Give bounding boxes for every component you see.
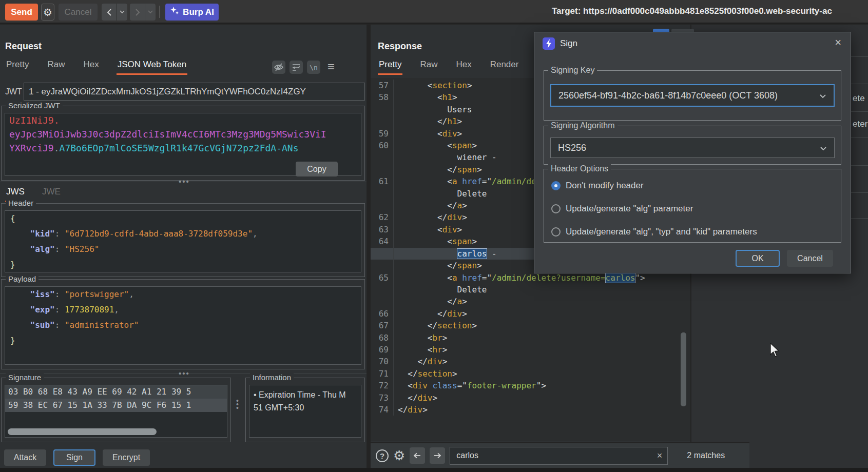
signature-label: Signature [6,373,44,382]
code-text: Users [398,104,472,115]
jwt-field-label: JWT [5,87,22,96]
request-tab-pretty[interactable]: Pretty [5,57,30,75]
radio-icon[interactable] [551,181,561,190]
code-text: <hr> [398,344,447,356]
jwt-header-editor[interactable]: { "kid": "6d712bd9-cdfd-4abd-aaa8-3728df… [5,210,361,272]
jwt-editor-bolt-icon [543,37,555,50]
inspector-row-divider [851,56,868,57]
code-row: 68 <br> [371,332,690,344]
jwt-header-tail: UzI1NiJ9. [9,115,60,126]
hide-nonprintable-icon[interactable] [272,61,285,74]
copy-button[interactable]: Copy [296,162,338,176]
dialog-title: Sign [560,38,577,49]
signing-key-value: 2560ef54-bf91-4b2c-ba61-8f14b7c0eee0 (OC… [558,90,778,101]
soft-wrap-icon[interactable] [290,61,303,74]
vertical-scrollbar[interactable] [681,332,686,406]
line-number [371,115,393,127]
line-number [371,260,393,271]
jwt-token-input[interactable]: 1 - eyJraWQiOiI2ZDcxMmJkOS1jZGZkLTRhYmQt… [24,83,365,101]
code-text: </span> [398,260,482,271]
toolbar-separator [159,6,160,18]
code-text: </span> [398,164,482,175]
burp-ai-button[interactable]: Burp AI [165,4,219,21]
vertical-splitter-grip[interactable]: ••• [236,399,240,410]
response-tab-pretty[interactable]: Pretty [378,57,402,75]
splitter-grip[interactable]: ••• [179,371,190,376]
line-number [371,164,393,175]
ok-button[interactable]: OK [736,250,780,267]
mouse-cursor [770,343,782,360]
code-row: 67 </section> [371,320,690,331]
attack-button[interactable]: Attack [4,449,46,466]
radio-option[interactable]: Update/generate "alg" parameter [551,203,836,215]
request-tab-raw[interactable]: Raw [46,57,66,75]
search-next-button[interactable] [430,447,445,464]
line-number: 69 [371,344,393,356]
code-text: </div> [398,392,437,404]
clear-search-icon[interactable]: × [657,450,663,461]
code-text: <a href="/admin/delete?username=carlos"> [398,272,645,284]
signature-hex-row: 03 B0 68 E8 43 A9 EE 69 42 A1 21 39 5 [5,385,227,399]
inspector-row-divider [851,165,868,166]
request-tab-hex[interactable]: Hex [82,57,100,75]
json-code-line: "kid": "6d712bd9-cdfd-4abd-aaa8-3728df05… [5,226,361,242]
settings-gear-icon[interactable]: ⚙ [41,4,54,21]
response-tab-render[interactable]: Render [489,57,520,75]
jwt-payload-editor[interactable]: "iss": "portswigger", "exp": 1773870891,… [5,286,361,365]
search-previous-button[interactable] [410,447,425,464]
chevron-down-icon [819,90,826,101]
signing-algorithm-select[interactable]: HS256 [550,137,835,158]
line-number [371,284,393,296]
response-tab-hex[interactable]: Hex [455,57,472,75]
code-text: </section> [398,320,477,331]
code-text: </div> [398,211,467,223]
jwt-payload-group: Payload "iss": "portswigger", "exp": 177… [1,279,365,369]
json-code-line: { [5,211,361,226]
show-newlines-icon[interactable]: \n [307,61,320,74]
response-tab-raw[interactable]: Raw [419,57,438,75]
json-code-line: "exp": 1773870891, [5,302,361,318]
encrypt-button[interactable]: Encrypt [103,449,150,466]
signing-key-select[interactable]: 2560ef54-bf91-4b2c-ba61-8f14b7c0eee0 (OC… [550,84,835,107]
splitter-grip[interactable]: ••• [179,180,190,184]
target-url: Target: https://0adf000c049abbb481e8525f… [552,6,832,16]
back-arrow-icon[interactable] [102,4,117,21]
sign-button[interactable]: Sign [53,449,95,466]
back-nav-group[interactable] [102,4,127,21]
dialog-cancel-button[interactable]: Cancel [787,250,833,267]
code-text: </h1> [398,115,462,127]
code-row: 71 </section> [371,368,690,380]
help-icon[interactable]: ? [376,449,389,462]
line-number: 61 [371,175,393,187]
search-input[interactable]: carlos × [450,447,668,465]
radio-icon[interactable] [551,204,561,213]
line-number: 66 [371,308,393,320]
code-text: </div> [398,404,428,416]
search-settings-gear-icon[interactable]: ⚙ [393,448,405,464]
cancel-button[interactable]: Cancel [59,4,98,21]
radio-icon[interactable] [551,227,561,237]
signature-hex-view[interactable]: 03 B0 68 E8 43 A9 EE 69 42 A1 21 39 5 59… [5,385,227,438]
radio-option[interactable]: Don't modify header [551,180,836,192]
back-dropdown-icon[interactable] [117,4,127,21]
request-tab-json-web-token[interactable]: JSON Web Token [117,57,188,75]
inspector-text-fragment: eter [853,119,867,129]
jwe-tab[interactable]: JWE [41,185,62,202]
editor-menu-icon[interactable]: ≡ [327,60,335,74]
send-button[interactable]: Send [5,4,38,21]
radio-label: Update/generate "alg" parameter [566,204,693,214]
forward-nav-group[interactable] [130,4,156,21]
code-text: <h1> [398,91,457,103]
radio-option[interactable]: Update/generate "alg", "typ" and "kid" p… [551,226,836,238]
code-row: Delete [371,284,690,296]
forward-dropdown-icon[interactable] [145,4,156,21]
dialog-close-icon[interactable]: × [835,36,841,49]
bottom-strip [0,468,868,472]
jwt-header-label: Header [6,199,36,207]
request-response-divider[interactable] [367,25,371,468]
forward-arrow-icon[interactable] [130,4,145,21]
code-text: </a> [398,200,467,211]
request-panel: Request Pretty Raw Hex JSON Web Token \n… [0,25,367,468]
horizontal-scrollbar[interactable] [8,428,157,435]
line-number: 58 [371,91,393,103]
